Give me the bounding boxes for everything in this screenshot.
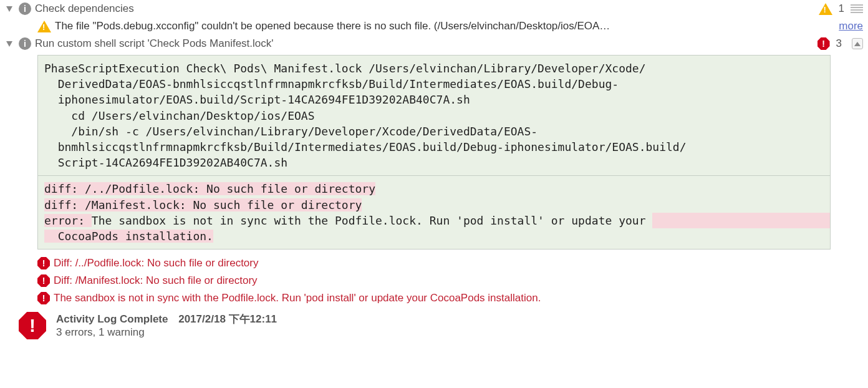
info-icon: i — [19, 2, 31, 15]
code-err-line: error: — [44, 214, 92, 227]
disclosure-icon[interactable] — [6, 41, 12, 47]
error-text: Diff: /Manifest.lock: No such file or di… — [54, 274, 258, 287]
error-icon: ! — [37, 257, 50, 269]
error-icon-large: ! — [19, 312, 46, 339]
error-row[interactable]: ! The sandbox is not in sync with the Po… — [0, 289, 868, 307]
error-count: 3 — [836, 37, 842, 50]
error-row[interactable]: ! Diff: /Manifest.lock: No such file or … — [0, 272, 868, 289]
disclosure-icon[interactable] — [6, 6, 12, 12]
code-output-1: PhaseScriptExecution Check\ Pods\ Manife… — [37, 55, 831, 176]
section-check-dependencies-header[interactable]: i Check dependencies 1 — [0, 0, 868, 17]
summary-title: Activity Log Complete — [56, 313, 168, 325]
section-title: Check dependencies — [35, 2, 815, 15]
summary-timestamp: 2017/2/18 下午12:11 — [178, 313, 277, 325]
error-icon: ! — [37, 274, 50, 287]
error-icon: ! — [37, 292, 50, 304]
error-text: Diff: /../Podfile.lock: No such file or … — [54, 257, 258, 269]
error-row[interactable]: ! Diff: /../Podfile.lock: No such file o… — [0, 255, 868, 272]
section-shell-script-header[interactable]: i Run custom shell script 'Check Pods Ma… — [0, 35, 868, 52]
warning-count: 1 — [839, 2, 844, 15]
code-line: The sandbox is not in sync with the Podf… — [92, 214, 652, 227]
more-link[interactable]: more — [839, 20, 863, 32]
code-err-line: diff: /../Podfile.lock: No such file or … — [44, 182, 375, 195]
warning-row[interactable]: The file "Pods.debug.xcconfig" couldn't … — [0, 17, 868, 35]
menu-icon[interactable] — [851, 4, 863, 13]
code-err-line: diff: /Manifest.lock: No such file or di… — [44, 198, 362, 211]
info-icon: i — [19, 37, 31, 50]
warning-icon — [37, 21, 51, 32]
section-title: Run custom shell script 'Check Pods Mani… — [35, 37, 814, 50]
code-output-2: diff: /../Podfile.lock: No such file or … — [37, 176, 831, 250]
code-err-line: CocoaPods installation. — [44, 230, 213, 243]
warning-text: The file "Pods.debug.xcconfig" couldn't … — [55, 20, 829, 32]
summary-detail: 3 errors, 1 warning — [56, 326, 277, 339]
error-text: The sandbox is not in sync with the Podf… — [54, 292, 541, 304]
warning-icon — [819, 3, 832, 15]
error-icon: ! — [817, 37, 830, 50]
activity-log-summary: ! Activity Log Complete 2017/2/18 下午12:1… — [0, 307, 868, 344]
collapse-button[interactable] — [852, 38, 863, 49]
